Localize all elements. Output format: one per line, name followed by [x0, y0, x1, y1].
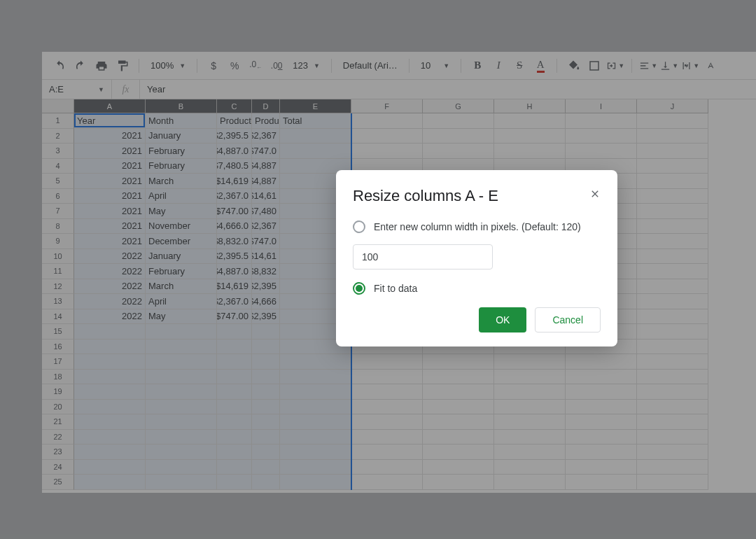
cancel-button[interactable]: Cancel	[535, 307, 601, 332]
ok-button[interactable]: OK	[479, 307, 526, 332]
option-fit-to-data[interactable]: Fit to data	[353, 282, 601, 295]
dialog-close-button[interactable]	[585, 184, 605, 204]
dialog-title: Resize columns A - E	[353, 187, 601, 205]
close-icon	[589, 188, 601, 200]
radio-unchecked-icon	[353, 220, 365, 233]
radio-checked-icon	[353, 282, 365, 295]
dialog-actions: OK Cancel	[353, 307, 601, 332]
dialog-body: Enter new column width in pixels. (Defau…	[353, 220, 601, 295]
option-fit-label: Fit to data	[374, 283, 417, 294]
option-enter-width[interactable]: Enter new column width in pixels. (Defau…	[353, 220, 601, 233]
option-enter-width-label: Enter new column width in pixels. (Defau…	[374, 221, 581, 232]
resize-columns-dialog: Resize columns A - E Enter new column wi…	[336, 170, 617, 346]
column-width-input[interactable]	[353, 244, 493, 270]
